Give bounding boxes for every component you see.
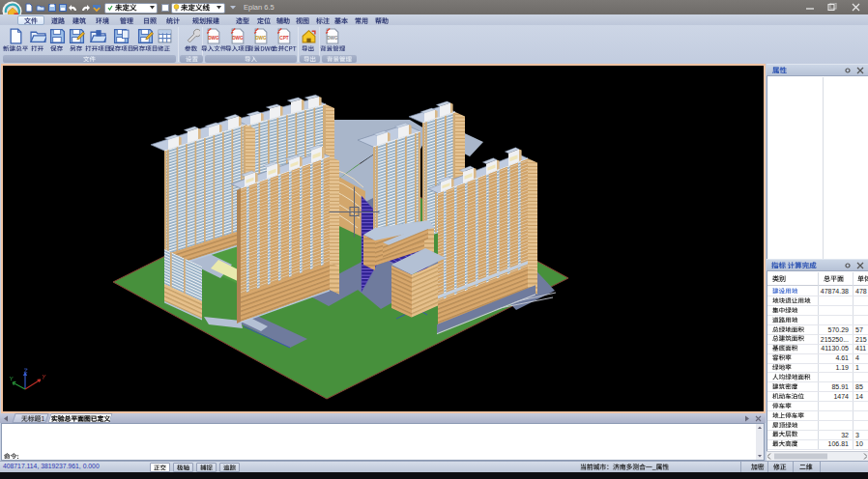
svg-text:DWG: DWG bbox=[208, 36, 219, 41]
svg-text:DWG: DWG bbox=[255, 36, 267, 41]
svg-text:DWG: DWG bbox=[232, 36, 244, 41]
svg-text:CPT: CPT bbox=[279, 36, 289, 41]
svg-text:DWG: DWG bbox=[327, 36, 338, 41]
